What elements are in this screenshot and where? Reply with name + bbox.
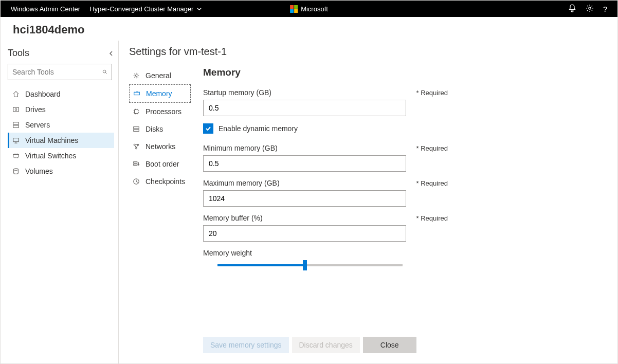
svg-rect-4 [13, 122, 19, 124]
slider-thumb[interactable] [303, 260, 307, 270]
tool-drives[interactable]: Drives [8, 102, 114, 117]
settings-nav-label: Disks [146, 125, 163, 133]
svg-point-16 [136, 148, 137, 149]
dynamic-memory-checkbox[interactable] [203, 123, 213, 134]
processor-icon [132, 108, 140, 115]
checkpoint-icon [132, 178, 140, 185]
app-title: Windows Admin Center [11, 5, 80, 13]
svg-point-1 [103, 70, 106, 73]
settings-nav: General Memory Processors Disks Networks [129, 67, 191, 363]
settings-nav-processors[interactable]: Processors [129, 103, 191, 120]
boot-icon [132, 160, 140, 168]
memory-buffer-input[interactable] [203, 225, 406, 242]
server-icon [12, 121, 20, 129]
disk-icon [132, 125, 140, 133]
settings-nav-label: Networks [146, 142, 175, 151]
settings-nav-label: Memory [146, 89, 172, 98]
microsoft-label: Microsoft [301, 5, 328, 13]
minimum-memory-input[interactable] [203, 155, 406, 172]
tool-dashboard[interactable]: Dashboard [8, 86, 114, 102]
search-input[interactable] [12, 68, 102, 76]
tool-label: Servers [25, 121, 50, 129]
settings-heading: Settings for vm-test-1 [129, 46, 617, 58]
notifications-icon[interactable] [568, 4, 576, 14]
gear-icon[interactable] [586, 4, 594, 14]
discard-button[interactable]: Discard changes [292, 337, 360, 353]
required-indicator: * Required [416, 214, 448, 222]
required-indicator: * Required [416, 144, 448, 152]
network-icon [132, 143, 140, 150]
switch-icon [12, 152, 20, 159]
svg-rect-7 [13, 154, 19, 157]
context-dropdown[interactable]: Hyper-Converged Cluster Manager [89, 5, 202, 13]
save-button[interactable]: Save memory settings [203, 337, 289, 353]
gear-icon [132, 72, 140, 79]
tool-volumes[interactable]: Volumes [8, 163, 114, 179]
settings-nav-boot-order[interactable]: Boot order [129, 155, 191, 173]
svg-rect-6 [13, 138, 19, 142]
settings-nav-label: Boot order [146, 160, 179, 168]
svg-rect-11 [135, 110, 138, 114]
home-icon [12, 90, 20, 98]
svg-rect-2 [13, 107, 19, 112]
memory-settings-form: Memory Startup memory (GB) * Required En… [191, 67, 448, 363]
top-bar: Windows Admin Center Hyper-Converged Clu… [1, 1, 617, 17]
tool-servers[interactable]: Servers [8, 117, 114, 133]
svg-rect-10 [134, 92, 140, 95]
required-indicator: * Required [416, 179, 448, 187]
memory-weight-label: Memory weight [203, 249, 252, 257]
svg-rect-17 [134, 162, 137, 163]
maximum-memory-input[interactable] [203, 190, 406, 207]
settings-nav-checkpoints[interactable]: Checkpoints [129, 173, 191, 190]
volume-icon [12, 168, 20, 175]
tool-virtual-machines[interactable]: Virtual Machines [8, 133, 114, 148]
svg-rect-13 [134, 130, 139, 132]
tool-label: Volumes [25, 167, 53, 175]
chevron-down-icon [196, 6, 202, 12]
close-button[interactable]: Close [363, 337, 416, 353]
dynamic-memory-label: Enable dynamic memory [219, 124, 298, 133]
memory-weight-slider[interactable] [217, 264, 403, 266]
context-dropdown-label: Hyper-Converged Cluster Manager [89, 5, 193, 13]
maximum-memory-label: Maximum memory (GB) [203, 179, 280, 187]
tool-label: Dashboard [25, 90, 61, 98]
settings-nav-general[interactable]: General [129, 67, 191, 84]
settings-nav-label: Processors [146, 107, 181, 116]
startup-memory-input[interactable] [203, 100, 406, 116]
svg-rect-5 [13, 125, 19, 128]
required-indicator: * Required [416, 89, 448, 97]
memory-icon [133, 90, 141, 97]
svg-point-0 [588, 7, 590, 9]
settings-nav-networks[interactable]: Networks [129, 138, 191, 155]
svg-point-9 [135, 75, 137, 77]
search-tools-box[interactable] [8, 64, 112, 80]
search-icon [102, 68, 107, 76]
startup-memory-label: Startup memory (GB) [203, 88, 271, 97]
minimum-memory-label: Minimum memory (GB) [203, 144, 278, 152]
settings-nav-label: General [146, 71, 171, 80]
svg-point-3 [15, 108, 17, 111]
vm-icon [12, 137, 20, 144]
svg-point-8 [14, 169, 19, 171]
settings-nav-label: Checkpoints [146, 177, 185, 186]
help-icon[interactable]: ? [603, 5, 607, 13]
section-title: Memory [203, 67, 448, 78]
tool-label: Virtual Switches [25, 152, 76, 160]
memory-buffer-label: Memory buffer (%) [203, 214, 263, 222]
tool-label: Drives [25, 105, 46, 114]
svg-rect-12 [134, 127, 139, 129]
tools-panel: Tools Dashboard Drives Servers Virtual M… [1, 41, 119, 363]
settings-nav-disks[interactable]: Disks [129, 120, 191, 138]
microsoft-logo: Microsoft [290, 5, 328, 13]
tool-label: Virtual Machines [25, 136, 78, 144]
tool-virtual-switches[interactable]: Virtual Switches [8, 148, 114, 163]
cluster-name: hci1804demo [1, 17, 617, 41]
slider-fill [217, 264, 303, 266]
tools-heading: Tools [8, 48, 29, 59]
svg-rect-18 [134, 164, 137, 166]
drive-icon [12, 106, 20, 113]
collapse-icon[interactable] [108, 50, 114, 57]
settings-nav-memory[interactable]: Memory [129, 84, 191, 103]
